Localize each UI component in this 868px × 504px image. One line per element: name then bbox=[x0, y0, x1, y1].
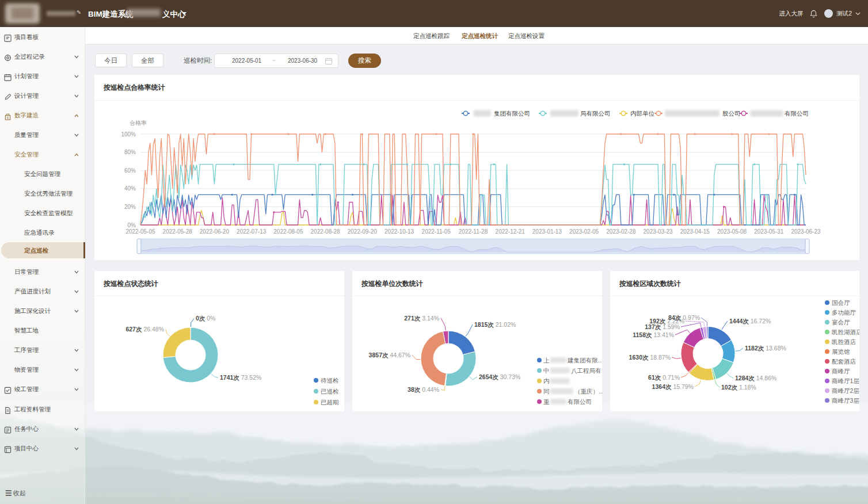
svg-text:1741次 73.52%: 1741次 73.52% bbox=[220, 374, 261, 381]
svg-text:八工程局有…: 八工程局有… bbox=[571, 367, 602, 374]
svg-text:60%: 60% bbox=[124, 167, 136, 174]
svg-text:配套酒店: 配套酒店 bbox=[832, 358, 856, 365]
svg-text:有限公司: 有限公司 bbox=[785, 110, 809, 117]
svg-text:2022-11-28: 2022-11-28 bbox=[459, 228, 488, 235]
svg-text:中: 中 bbox=[543, 367, 550, 374]
svg-text:有限公司: 有限公司 bbox=[568, 398, 592, 405]
svg-text:102次 1.18%: 102次 1.18% bbox=[721, 384, 756, 391]
svg-text:商峰厅: 商峰厅 bbox=[832, 368, 850, 375]
svg-text:合格率: 合格率 bbox=[130, 120, 147, 126]
svg-text:1158次 13.41%: 1158次 13.41% bbox=[633, 331, 674, 339]
svg-text:627次 26.48%: 627次 26.48% bbox=[125, 326, 164, 333]
svg-text:商峰厅1层: 商峰厅1层 bbox=[832, 377, 859, 384]
svg-text:重: 重 bbox=[543, 398, 550, 405]
svg-text:2022-06-20: 2022-06-20 bbox=[200, 228, 230, 235]
svg-text:100%: 100% bbox=[121, 131, 136, 138]
svg-text:2023-01-13: 2023-01-13 bbox=[532, 228, 562, 235]
svg-text:1364次 15.79%: 1364次 15.79% bbox=[652, 383, 694, 391]
svg-text:局有限公司: 局有限公司 bbox=[580, 110, 611, 117]
svg-text:2022-09-20: 2022-09-20 bbox=[348, 228, 378, 235]
svg-text:84次 0.97%: 84次 0.97% bbox=[668, 314, 700, 322]
svg-text:1444次 16.72%: 1444次 16.72% bbox=[729, 318, 771, 325]
svg-text:3857次 44.67%: 3857次 44.67% bbox=[369, 352, 410, 359]
svg-text:股公司: 股公司 bbox=[722, 110, 741, 117]
svg-text:集团有限公司: 集团有限公司 bbox=[494, 110, 530, 117]
svg-text:内: 内 bbox=[543, 377, 550, 384]
svg-text:2023-05-08: 2023-05-08 bbox=[717, 228, 747, 235]
svg-text:2023-06-23: 2023-06-23 bbox=[791, 228, 821, 235]
svg-text:2023-03-23: 2023-03-23 bbox=[644, 228, 673, 235]
svg-text:2023-02-05: 2023-02-05 bbox=[569, 228, 599, 235]
svg-text:0次 0%: 0次 0% bbox=[196, 315, 215, 322]
svg-text:内部单位: 内部单位 bbox=[630, 110, 655, 117]
svg-text:商峰厅2层: 商峰厅2层 bbox=[832, 387, 859, 394]
svg-text:2022-11-05: 2022-11-05 bbox=[422, 228, 451, 235]
svg-text:20%: 20% bbox=[124, 204, 136, 210]
svg-text:2022-12-21: 2022-12-21 bbox=[496, 228, 526, 235]
svg-text:2654次 30.73%: 2654次 30.73% bbox=[479, 373, 520, 381]
svg-text:展览馆: 展览馆 bbox=[832, 348, 850, 355]
svg-text:2022-05-28: 2022-05-28 bbox=[163, 228, 193, 235]
svg-text:上: 上 bbox=[543, 357, 550, 364]
svg-text:61次 0.71%: 61次 0.71% bbox=[648, 374, 680, 381]
svg-text:1630次 18.87%: 1630次 18.87% bbox=[629, 354, 671, 361]
svg-text:1284次 14.86%: 1284次 14.86% bbox=[735, 375, 776, 382]
svg-text:商峰厅3层: 商峰厅3层 bbox=[832, 397, 859, 404]
svg-text:2023-04-15: 2023-04-15 bbox=[680, 228, 710, 235]
svg-text:已超期: 已超期 bbox=[321, 399, 339, 406]
svg-text:2022-07-13: 2022-07-13 bbox=[237, 228, 267, 235]
svg-text:38次 0.44%: 38次 0.44% bbox=[408, 386, 439, 394]
svg-text:凯胜酒店: 凯胜酒店 bbox=[832, 338, 856, 345]
svg-text:2022-05-05: 2022-05-05 bbox=[125, 228, 155, 235]
svg-text:2023-02-28: 2023-02-28 bbox=[606, 228, 636, 235]
svg-text:2023-05-31: 2023-05-31 bbox=[754, 228, 784, 235]
svg-text:（重庆）…: （重庆）… bbox=[574, 388, 602, 395]
svg-text:2022-08-28: 2022-08-28 bbox=[311, 228, 341, 235]
svg-text:1182次 13.68%: 1182次 13.68% bbox=[745, 345, 786, 352]
svg-text:已巡检: 已巡检 bbox=[321, 388, 339, 395]
svg-text:国会厅: 国会厅 bbox=[832, 299, 850, 306]
svg-text:271次 3.14%: 271次 3.14% bbox=[404, 315, 439, 322]
svg-text:0%: 0% bbox=[128, 222, 136, 228]
svg-text:建集团有限…: 建集团有限… bbox=[567, 357, 602, 364]
svg-text:同: 同 bbox=[543, 388, 550, 395]
svg-text:待巡检: 待巡检 bbox=[321, 377, 339, 384]
svg-text:凯胜湖酒店: 凯胜湖酒店 bbox=[832, 329, 859, 335]
svg-text:多功能厅: 多功能厅 bbox=[832, 309, 856, 316]
svg-text:1815次 21.02%: 1815次 21.02% bbox=[474, 321, 516, 329]
svg-text:2022-10-13: 2022-10-13 bbox=[384, 228, 414, 235]
svg-text:宴会厅: 宴会厅 bbox=[832, 319, 850, 326]
svg-text:80%: 80% bbox=[124, 149, 136, 155]
svg-text:40%: 40% bbox=[124, 185, 136, 192]
svg-text:2022-08-05: 2022-08-05 bbox=[273, 228, 303, 235]
